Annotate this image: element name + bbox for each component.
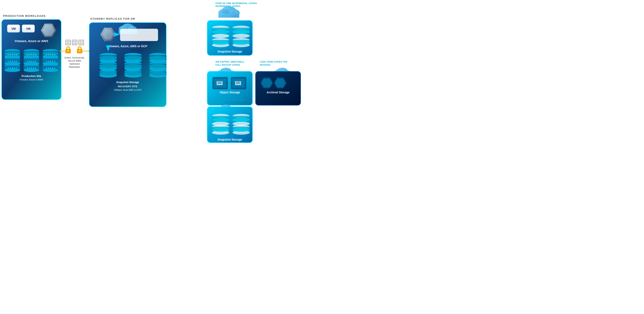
object-storage-label: Object Storage <box>220 91 240 94</box>
svg-point-40 <box>29 61 30 62</box>
workloads-label: WORKLOADS <box>210 102 225 104</box>
recovery-snapshot-label: Snapshot Storage <box>116 81 139 84</box>
production-db-col3 <box>43 49 58 72</box>
recovery-site-label: RECOVERY SITE <box>118 85 137 88</box>
svg-point-112 <box>124 72 142 76</box>
svg-point-6 <box>8 54 8 55</box>
archival-label-sub: ARCHIVAL <box>260 64 271 66</box>
arrow-to-object <box>167 72 206 80</box>
svg-point-34 <box>33 54 34 55</box>
svg-point-140 <box>232 41 250 45</box>
svg-point-30 <box>24 52 39 56</box>
connection-text-1: Online, Incremental, <box>64 56 84 59</box>
recovery-db-3 <box>149 53 166 78</box>
svg-point-156 <box>232 128 250 132</box>
svg-point-100 <box>100 72 117 76</box>
production-db-col2 <box>24 49 39 72</box>
snapshot-db-1 <box>212 26 229 47</box>
svg-point-128 <box>212 30 229 34</box>
arrow-to-snapshot-bottom <box>167 82 206 117</box>
archival-storage-label: Archival Storage <box>266 91 289 94</box>
snapshot-cloud-top-base <box>218 14 239 18</box>
svg-point-32 <box>29 54 30 55</box>
svg-point-152 <box>232 118 250 122</box>
svg-point-21 <box>4 68 20 72</box>
svg-point-56 <box>46 54 47 55</box>
svg-point-71 <box>43 68 58 72</box>
snapshot-bottom-db-1 <box>212 114 229 135</box>
svg-point-136 <box>232 30 250 34</box>
svg-point-33 <box>31 54 32 55</box>
svg-point-144 <box>212 118 229 122</box>
grid-icon-3 <box>79 40 84 45</box>
lock-shackle-left <box>67 47 70 49</box>
svg-point-50 <box>33 68 34 68</box>
recovery-db-2 <box>124 53 142 78</box>
svg-point-39 <box>27 61 28 62</box>
svg-point-26 <box>16 68 17 68</box>
snapshot-bottom-db-2 <box>232 114 250 135</box>
svg-point-74 <box>50 68 51 68</box>
point-in-time-label: POINT-IN-TIME INCREMENTAL COPIES <box>216 2 257 4</box>
svg-point-59 <box>52 54 53 55</box>
svg-point-55 <box>43 52 58 56</box>
svg-point-18 <box>16 61 17 62</box>
incremental-copies-label: INCREMENTAL COPIES <box>216 5 240 8</box>
svg-point-43 <box>35 61 36 62</box>
svg-point-75 <box>52 68 53 68</box>
snapshot-storage-top-label: Snapshot Storage <box>218 50 242 53</box>
vm-label-2: VM <box>26 27 30 30</box>
recovery-db-1 <box>100 53 117 78</box>
svg-point-58 <box>50 54 51 55</box>
svg-point-68 <box>54 61 55 62</box>
recovery-platform-label: Vmware, Azure, AWS or GCP <box>108 44 147 48</box>
svg-point-41 <box>31 61 32 62</box>
arrow-to-snapshot-top <box>167 37 206 62</box>
lock-keyhole-right <box>79 50 80 52</box>
svg-point-42 <box>33 61 34 62</box>
svg-point-60 <box>54 54 55 55</box>
svg-point-73 <box>48 68 49 68</box>
svg-point-16 <box>12 61 13 62</box>
recovery-site-sub: (VMware, Azure AWS or GCP) <box>114 89 142 91</box>
svg-point-96 <box>100 64 117 68</box>
svg-point-57 <box>48 54 49 55</box>
production-platform-label: Vmware, Azure or AWS <box>14 39 48 43</box>
svg-point-72 <box>46 68 47 68</box>
svg-point-15 <box>10 61 11 62</box>
svg-point-124 <box>149 72 166 76</box>
svg-point-35 <box>35 54 36 55</box>
svg-point-132 <box>212 41 229 45</box>
vm-label-1: VM <box>12 27 16 30</box>
svg-point-64 <box>46 61 47 62</box>
svg-point-48 <box>29 68 30 68</box>
snapshot-db-2 <box>232 26 250 47</box>
svg-point-135 <box>232 34 250 38</box>
air-gapped-label: AIR-GAPPED, IMMUTABLE, <box>216 61 244 63</box>
svg-point-9 <box>14 54 15 55</box>
full-backup-label: FULL BACKUP COPIES <box>216 64 240 66</box>
svg-point-116 <box>149 56 166 60</box>
production-section-label: PRODUCTION WORKLOADS <box>3 14 46 18</box>
svg-point-47 <box>27 68 28 68</box>
svg-point-66 <box>50 61 51 62</box>
connection-text-3: Optimized <box>69 62 80 65</box>
svg-point-148 <box>212 128 229 132</box>
svg-point-24 <box>12 68 13 68</box>
svg-point-67 <box>52 61 53 62</box>
svg-point-51 <box>35 68 36 68</box>
svg-point-76 <box>54 68 55 68</box>
svg-point-17 <box>14 61 15 62</box>
svg-point-49 <box>31 68 32 68</box>
svg-point-7 <box>10 54 11 55</box>
svg-point-5 <box>4 52 20 56</box>
long-term-label: LONG-TERM COPIES FOR <box>260 61 287 63</box>
svg-point-14 <box>8 61 8 62</box>
svg-point-31 <box>27 54 28 55</box>
svg-point-46 <box>24 68 39 72</box>
standby-section-label: STANDBY REPLICAS FOR DR <box>90 17 135 20</box>
svg-point-108 <box>124 64 142 68</box>
connection-text-4: Replication <box>69 66 80 68</box>
archival-storage-box <box>256 72 301 105</box>
lock-keyhole-left <box>67 50 69 52</box>
